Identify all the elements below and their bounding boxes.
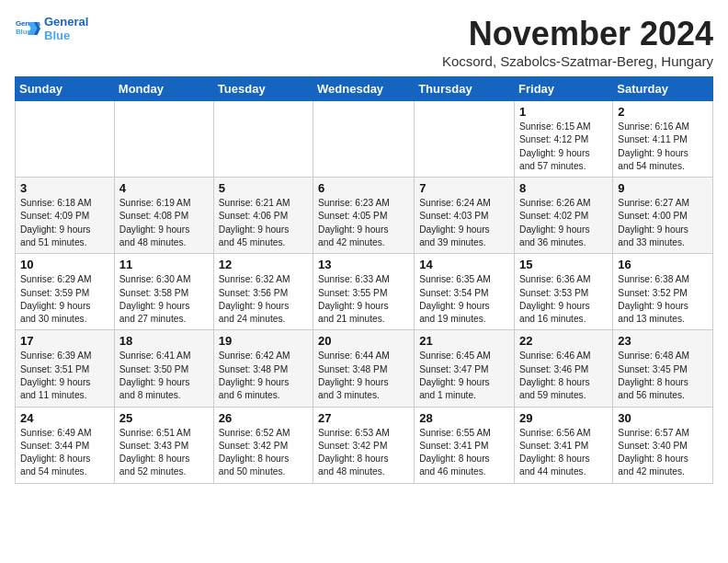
calendar-cell: 21Sunrise: 6:45 AM Sunset: 3:47 PM Dayli… xyxy=(415,330,515,407)
calendar-cell: 5Sunrise: 6:21 AM Sunset: 4:06 PM Daylig… xyxy=(213,178,313,254)
calendar-cell xyxy=(415,101,515,178)
day-info: Sunrise: 6:51 AM Sunset: 3:43 PM Dayligh… xyxy=(119,427,209,479)
calendar-week-4: 17Sunrise: 6:39 AM Sunset: 3:51 PM Dayli… xyxy=(16,330,713,407)
day-info: Sunrise: 6:30 AM Sunset: 3:58 PM Dayligh… xyxy=(119,273,209,326)
calendar-cell xyxy=(313,101,415,178)
calendar-cell: 11Sunrise: 6:30 AM Sunset: 3:58 PM Dayli… xyxy=(114,254,213,330)
day-number: 23 xyxy=(618,334,708,348)
day-info: Sunrise: 6:19 AM Sunset: 4:08 PM Dayligh… xyxy=(119,197,209,249)
day-number: 17 xyxy=(20,334,109,348)
day-info: Sunrise: 6:35 AM Sunset: 3:54 PM Dayligh… xyxy=(419,273,509,326)
day-info: Sunrise: 6:42 AM Sunset: 3:48 PM Dayligh… xyxy=(219,350,308,402)
day-info: Sunrise: 6:46 AM Sunset: 3:46 PM Dayligh… xyxy=(519,350,608,402)
calendar-cell: 28Sunrise: 6:55 AM Sunset: 3:41 PM Dayli… xyxy=(415,407,515,483)
logo: General Blue General Blue xyxy=(15,15,88,42)
calendar-cell: 1Sunrise: 6:15 AM Sunset: 4:12 PM Daylig… xyxy=(515,101,613,178)
calendar-cell xyxy=(213,101,313,178)
day-number: 19 xyxy=(219,334,308,348)
day-number: 12 xyxy=(219,258,308,271)
calendar-cell: 27Sunrise: 6:53 AM Sunset: 3:42 PM Dayli… xyxy=(313,407,415,483)
calendar-cell: 14Sunrise: 6:35 AM Sunset: 3:54 PM Dayli… xyxy=(415,254,515,330)
weekday-header-wednesday: Wednesday xyxy=(313,77,415,101)
day-number: 8 xyxy=(519,181,608,195)
calendar-cell: 30Sunrise: 6:57 AM Sunset: 3:40 PM Dayli… xyxy=(613,407,713,483)
day-number: 22 xyxy=(519,334,608,348)
calendar-cell: 10Sunrise: 6:29 AM Sunset: 3:59 PM Dayli… xyxy=(16,254,115,330)
day-info: Sunrise: 6:38 AM Sunset: 3:52 PM Dayligh… xyxy=(618,273,708,326)
day-info: Sunrise: 6:29 AM Sunset: 3:59 PM Dayligh… xyxy=(20,273,109,326)
calendar-cell: 29Sunrise: 6:56 AM Sunset: 3:41 PM Dayli… xyxy=(515,407,613,483)
day-info: Sunrise: 6:39 AM Sunset: 3:51 PM Dayligh… xyxy=(20,350,109,402)
day-info: Sunrise: 6:55 AM Sunset: 3:41 PM Dayligh… xyxy=(419,427,509,479)
day-info: Sunrise: 6:48 AM Sunset: 3:45 PM Dayligh… xyxy=(618,350,708,402)
day-number: 25 xyxy=(119,411,209,425)
day-number: 20 xyxy=(318,334,409,348)
day-info: Sunrise: 6:21 AM Sunset: 4:06 PM Dayligh… xyxy=(219,197,308,249)
calendar-cell: 20Sunrise: 6:44 AM Sunset: 3:48 PM Dayli… xyxy=(313,330,415,407)
day-number: 5 xyxy=(219,181,308,195)
day-number: 26 xyxy=(219,411,308,425)
day-number: 15 xyxy=(519,258,608,271)
day-number: 10 xyxy=(20,258,109,271)
weekday-header-friday: Friday xyxy=(515,77,613,101)
day-info: Sunrise: 6:16 AM Sunset: 4:11 PM Dayligh… xyxy=(618,121,708,173)
day-info: Sunrise: 6:18 AM Sunset: 4:09 PM Dayligh… xyxy=(20,197,109,249)
day-info: Sunrise: 6:23 AM Sunset: 4:05 PM Dayligh… xyxy=(318,197,409,249)
calendar-cell: 25Sunrise: 6:51 AM Sunset: 3:43 PM Dayli… xyxy=(114,407,213,483)
logo-general: General xyxy=(44,15,88,29)
calendar-cell: 26Sunrise: 6:52 AM Sunset: 3:42 PM Dayli… xyxy=(213,407,313,483)
day-number: 1 xyxy=(519,105,608,119)
weekday-header-monday: Monday xyxy=(114,77,213,101)
calendar-cell: 13Sunrise: 6:33 AM Sunset: 3:55 PM Dayli… xyxy=(313,254,415,330)
month-title: November 2024 xyxy=(442,15,713,53)
day-number: 21 xyxy=(419,334,509,348)
calendar-week-1: 1Sunrise: 6:15 AM Sunset: 4:12 PM Daylig… xyxy=(16,101,713,178)
day-info: Sunrise: 6:52 AM Sunset: 3:42 PM Dayligh… xyxy=(219,427,308,479)
calendar-cell: 7Sunrise: 6:24 AM Sunset: 4:03 PM Daylig… xyxy=(415,178,515,254)
day-number: 18 xyxy=(119,334,209,348)
weekday-header-tuesday: Tuesday xyxy=(213,77,313,101)
day-number: 14 xyxy=(419,258,509,271)
day-number: 24 xyxy=(20,411,109,425)
calendar-cell: 8Sunrise: 6:26 AM Sunset: 4:02 PM Daylig… xyxy=(515,178,613,254)
calendar-cell: 23Sunrise: 6:48 AM Sunset: 3:45 PM Dayli… xyxy=(613,330,713,407)
calendar-cell: 16Sunrise: 6:38 AM Sunset: 3:52 PM Dayli… xyxy=(613,254,713,330)
day-number: 27 xyxy=(318,411,409,425)
day-number: 30 xyxy=(618,411,708,425)
calendar-cell: 9Sunrise: 6:27 AM Sunset: 4:00 PM Daylig… xyxy=(613,178,713,254)
day-info: Sunrise: 6:33 AM Sunset: 3:55 PM Dayligh… xyxy=(318,273,409,326)
title-block: November 2024 Kocsord, Szabolcs-Szatmar-… xyxy=(442,15,713,69)
day-info: Sunrise: 6:15 AM Sunset: 4:12 PM Dayligh… xyxy=(519,121,608,173)
subtitle: Kocsord, Szabolcs-Szatmar-Bereg, Hungary xyxy=(442,53,713,69)
calendar-cell: 15Sunrise: 6:36 AM Sunset: 3:53 PM Dayli… xyxy=(515,254,613,330)
calendar-cell xyxy=(16,101,115,178)
logo-icon: General Blue xyxy=(15,16,40,41)
day-info: Sunrise: 6:44 AM Sunset: 3:48 PM Dayligh… xyxy=(318,350,409,402)
calendar-cell: 22Sunrise: 6:46 AM Sunset: 3:46 PM Dayli… xyxy=(515,330,613,407)
day-info: Sunrise: 6:56 AM Sunset: 3:41 PM Dayligh… xyxy=(519,427,608,479)
calendar-cell: 4Sunrise: 6:19 AM Sunset: 4:08 PM Daylig… xyxy=(114,178,213,254)
calendar-cell: 12Sunrise: 6:32 AM Sunset: 3:56 PM Dayli… xyxy=(213,254,313,330)
day-number: 11 xyxy=(119,258,209,271)
day-info: Sunrise: 6:32 AM Sunset: 3:56 PM Dayligh… xyxy=(219,273,308,326)
day-info: Sunrise: 6:26 AM Sunset: 4:02 PM Dayligh… xyxy=(519,197,608,249)
calendar-cell: 19Sunrise: 6:42 AM Sunset: 3:48 PM Dayli… xyxy=(213,330,313,407)
day-info: Sunrise: 6:53 AM Sunset: 3:42 PM Dayligh… xyxy=(318,427,409,479)
day-info: Sunrise: 6:45 AM Sunset: 3:47 PM Dayligh… xyxy=(419,350,509,402)
logo-blue: Blue xyxy=(44,29,88,42)
calendar-cell: 6Sunrise: 6:23 AM Sunset: 4:05 PM Daylig… xyxy=(313,178,415,254)
calendar-week-5: 24Sunrise: 6:49 AM Sunset: 3:44 PM Dayli… xyxy=(16,407,713,483)
day-number: 4 xyxy=(119,181,209,195)
day-number: 9 xyxy=(618,181,708,195)
day-number: 16 xyxy=(618,258,708,271)
calendar-week-2: 3Sunrise: 6:18 AM Sunset: 4:09 PM Daylig… xyxy=(16,178,713,254)
calendar-header-row: SundayMondayTuesdayWednesdayThursdayFrid… xyxy=(16,77,713,101)
weekday-header-saturday: Saturday xyxy=(613,77,713,101)
day-info: Sunrise: 6:41 AM Sunset: 3:50 PM Dayligh… xyxy=(119,350,209,402)
day-number: 28 xyxy=(419,411,509,425)
weekday-header-thursday: Thursday xyxy=(415,77,515,101)
calendar-cell: 18Sunrise: 6:41 AM Sunset: 3:50 PM Dayli… xyxy=(114,330,213,407)
day-number: 29 xyxy=(519,411,608,425)
day-number: 6 xyxy=(318,181,409,195)
day-number: 3 xyxy=(20,181,109,195)
